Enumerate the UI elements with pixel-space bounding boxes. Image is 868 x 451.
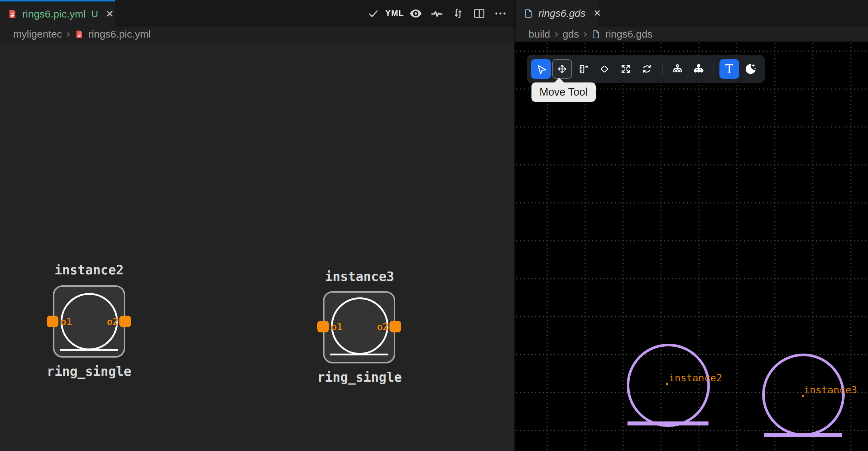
port-label-o2: o2 <box>361 321 388 333</box>
breadcrumb-build[interactable]: build <box>529 28 550 40</box>
port-label-o1: o1 <box>331 321 342 333</box>
origin-marker <box>666 383 668 385</box>
toolbar-separator <box>714 62 714 76</box>
compare-changes-icon[interactable] <box>451 7 465 20</box>
port-o2[interactable] <box>119 316 131 327</box>
split-editor-icon[interactable] <box>472 7 486 20</box>
node-component-label: ring_single <box>301 370 418 385</box>
bus-symbol <box>60 349 118 351</box>
left-tab-bar: rings6.pic.yml U ✕ YML <box>0 0 514 27</box>
hierarchy-filled-button[interactable] <box>689 59 708 79</box>
close-tab-icon[interactable]: ✕ <box>106 8 114 20</box>
breadcrumb-file[interactable]: rings6.pic.yml <box>88 28 151 40</box>
bus-symbol <box>330 354 388 355</box>
text-tool-label: T <box>725 62 733 76</box>
gds-layout-canvas[interactable]: T Move Tool instance2 <box>515 42 868 451</box>
text-tool-button[interactable]: T <box>719 59 739 79</box>
editor-actions: YML <box>366 0 507 27</box>
port-o1[interactable] <box>317 321 329 332</box>
refresh-button[interactable] <box>637 59 657 79</box>
tooltip-caret <box>554 78 564 83</box>
port-o1[interactable] <box>47 316 58 327</box>
breadcrumb: build › gds › rings6.gds <box>515 27 868 42</box>
right-tab-bar: rings6.gds ✕ <box>515 0 868 27</box>
chevron-right-icon: › <box>583 28 587 39</box>
simulation-pulse-icon[interactable] <box>430 7 444 20</box>
tab-rings6-pic-yml[interactable]: rings6.pic.yml U ✕ <box>0 0 115 27</box>
ruler-tool-button[interactable] <box>573 59 593 79</box>
gds-instance-label: instance3 <box>804 384 857 396</box>
gds-file-icon <box>523 8 534 19</box>
gds-bus-instance3 <box>764 433 842 437</box>
more-actions-icon[interactable] <box>493 7 507 20</box>
yml-language-badge[interactable]: YML <box>388 7 402 20</box>
move-tool-tooltip: Move Tool <box>531 82 596 102</box>
fit-view-button[interactable] <box>616 59 635 79</box>
schematic-editor-panel: rings6.pic.yml U ✕ YML <box>0 0 514 451</box>
tab-label: rings6.pic.yml <box>22 8 86 20</box>
port-o2[interactable] <box>389 321 401 332</box>
breadcrumb-file[interactable]: rings6.gds <box>605 28 652 40</box>
gds-file-icon <box>591 30 601 39</box>
node-title: instance3 <box>301 269 418 284</box>
gds-instance-label: instance2 <box>669 372 722 384</box>
preview-eye-icon[interactable] <box>409 7 423 20</box>
chevron-right-icon: › <box>66 28 70 39</box>
select-tool-button[interactable] <box>531 59 551 79</box>
breadcrumb-gds[interactable]: gds <box>562 28 579 40</box>
chevron-right-icon: › <box>554 28 558 39</box>
git-untracked-badge: U <box>91 8 98 20</box>
eraser-tool-button[interactable] <box>595 59 614 79</box>
tab-label: rings6.gds <box>538 8 585 19</box>
yaml-file-icon <box>74 30 84 39</box>
yaml-file-icon <box>7 9 18 19</box>
gds-bus-instance2 <box>627 421 708 425</box>
gds-viewer-panel: rings6.gds ✕ build › gds › rings6.gds <box>514 0 868 451</box>
gds-ring-instance2 <box>627 344 710 427</box>
port-label-o2: o2 <box>91 316 118 328</box>
vscode-window: rings6.pic.yml U ✕ YML <box>0 0 868 451</box>
breadcrumb: myligentec › rings6.pic.yml <box>0 27 514 42</box>
port-label-o1: o1 <box>61 316 72 328</box>
tab-rings6-gds[interactable]: rings6.gds ✕ <box>516 0 599 27</box>
hierarchy-outline-button[interactable] <box>668 59 687 79</box>
breadcrumb-folder[interactable]: myligentec <box>13 28 62 40</box>
schematic-canvas[interactable]: instance2 o1 o2 ring_single instance3 o1… <box>0 42 514 451</box>
move-tool-button[interactable] <box>552 59 572 79</box>
dark-mode-toggle[interactable] <box>741 59 760 79</box>
check-icon[interactable] <box>366 7 380 20</box>
toolbar-separator <box>662 62 662 76</box>
node-component-label: ring_single <box>31 364 147 379</box>
close-tab-icon[interactable]: ✕ <box>593 8 601 19</box>
node-title: instance2 <box>31 263 147 277</box>
